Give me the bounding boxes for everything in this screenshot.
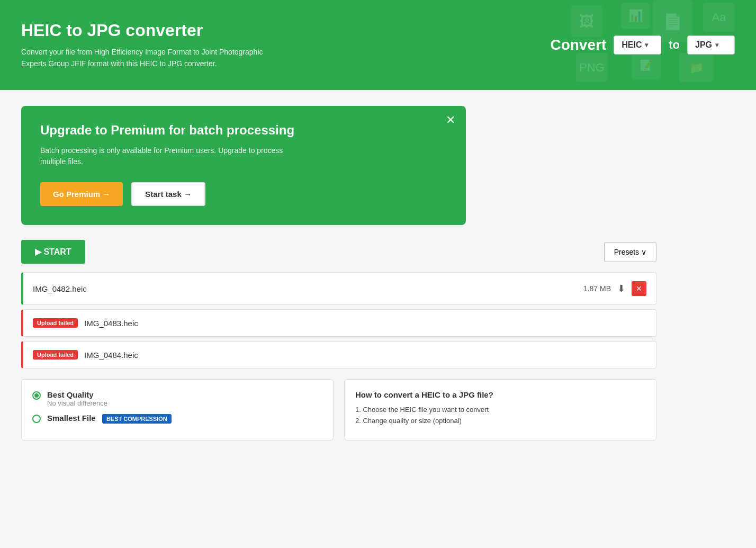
quality-option-smallest: Smallest File BEST COMPRESSION: [32, 414, 322, 423]
toolbar: ▶ START Presets ∨: [21, 240, 656, 264]
bg-icon-bar: 📊: [621, 3, 650, 29]
quality-option-best: Best Quality No visual difference: [32, 390, 322, 407]
bottom-panels: Best Quality No visual difference Smalle…: [21, 379, 656, 441]
header-description: Convert your file from High Efficiency I…: [21, 47, 286, 69]
main-content: ✕ Upgrade to Premium for batch processin…: [0, 90, 756, 456]
quality-panel: Best Quality No visual difference Smalle…: [21, 379, 334, 441]
quality-option-text: Best Quality No visual difference: [47, 390, 107, 407]
modal-close-button[interactable]: ✕: [446, 114, 455, 126]
file-item-left: Upload failed IMG_0483.heic: [33, 318, 138, 328]
file-size: 1.87 MB: [583, 284, 611, 293]
file-list: IMG_0482.heic 1.87 MB ⬇ ✕ Upload failed …: [21, 272, 656, 369]
bg-icon-doc: 📝: [632, 50, 661, 79]
quality-radio-smallest[interactable]: [32, 415, 41, 423]
download-icon[interactable]: ⬇: [617, 283, 625, 294]
file-item: Upload failed IMG_0483.heic: [21, 309, 656, 337]
modal-description: Batch processing is only available for P…: [40, 145, 305, 167]
file-meta: 1.87 MB ⬇ ✕: [583, 281, 646, 296]
bg-icon-image: 🖼: [571, 5, 602, 37]
from-format-dropdown[interactable]: HEIC ▾: [614, 35, 661, 55]
bg-icon-file: 📁: [679, 53, 714, 82]
to-format-dropdown[interactable]: JPG ▾: [687, 35, 735, 55]
presets-button[interactable]: Presets ∨: [604, 242, 656, 262]
how-to-title: How to convert a HEIC to a JPG file?: [355, 390, 645, 399]
upload-failed-badge: Upload failed: [33, 318, 78, 328]
how-to-step-1: 1. Choose the HEIC file you want to conv…: [355, 405, 645, 416]
to-format-chevron: ▾: [715, 41, 718, 49]
upload-failed-badge: Upload failed: [33, 350, 78, 360]
quality-option-text-smallest: Smallest File BEST COMPRESSION: [47, 414, 172, 423]
file-name: IMG_0482.heic: [33, 284, 87, 293]
to-format-value: JPG: [695, 40, 712, 50]
modal-actions: Go Premium → Start task →: [40, 182, 447, 206]
page-title: HEIC to JPG converter: [21, 21, 286, 40]
quality-label-best: Best Quality: [47, 390, 107, 399]
from-format-value: HEIC: [622, 40, 642, 50]
file-name: IMG_0483.heic: [84, 319, 138, 328]
best-compression-badge: BEST COMPRESSION: [102, 414, 172, 424]
page-header: HEIC to JPG converter Convert your file …: [0, 0, 756, 90]
quality-label-smallest: Smallest File BEST COMPRESSION: [47, 414, 172, 423]
file-item: Upload failed IMG_0484.heic: [21, 341, 656, 369]
premium-modal: ✕ Upgrade to Premium for batch processin…: [21, 106, 466, 225]
convert-label: Convert: [550, 37, 606, 53]
start-button[interactable]: ▶ START: [21, 240, 85, 264]
quality-sublabel-best: No visual difference: [47, 399, 107, 407]
file-item: IMG_0482.heic 1.87 MB ⬇ ✕: [21, 272, 656, 305]
how-to-step-2: 2. Change quality or size (optional): [355, 416, 645, 427]
convert-controls: Convert HEIC ▾ to JPG ▾: [550, 35, 735, 55]
modal-title: Upgrade to Premium for batch processing: [40, 123, 447, 138]
quality-radio-best[interactable]: [32, 391, 41, 400]
to-label: to: [669, 38, 680, 52]
header-left: HEIC to JPG converter Convert your file …: [21, 21, 286, 69]
bg-icon-png: PNG: [576, 53, 608, 82]
bg-icon-font: Aa: [703, 3, 735, 32]
go-premium-button[interactable]: Go Premium →: [40, 182, 123, 206]
start-task-button[interactable]: Start task →: [131, 182, 205, 206]
how-to-panel: How to convert a HEIC to a JPG file? 1. …: [344, 379, 656, 441]
from-format-chevron: ▾: [645, 41, 648, 49]
remove-file-button[interactable]: ✕: [632, 281, 646, 296]
file-item-left: IMG_0482.heic: [33, 284, 87, 293]
file-name: IMG_0484.heic: [84, 351, 138, 360]
file-item-left: Upload failed IMG_0484.heic: [33, 350, 138, 360]
